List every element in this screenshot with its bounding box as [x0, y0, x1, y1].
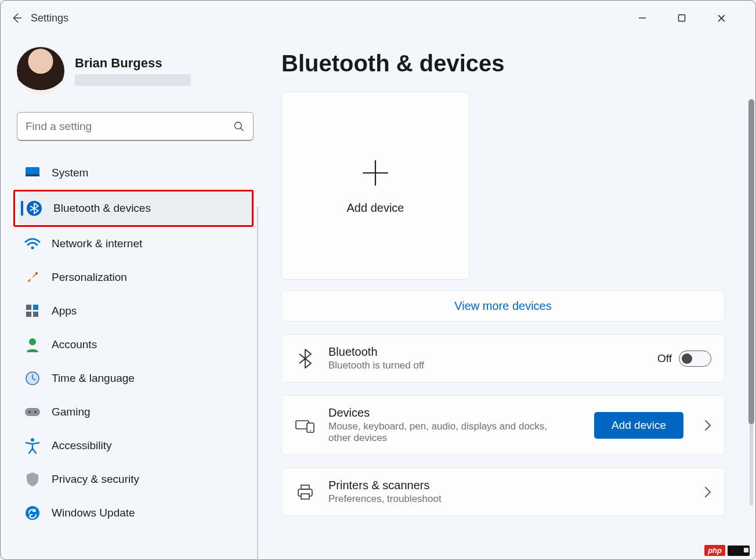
- printers-card-title: Printers & scanners: [328, 479, 683, 492]
- scrollbar-thumb[interactable]: [748, 99, 754, 424]
- watermark-badge: [728, 545, 750, 556]
- sidebar-item-privacy[interactable]: Privacy & security: [17, 463, 254, 496]
- sidebar-item-label: Apps: [52, 305, 77, 317]
- sidebar-item-bluetooth[interactable]: Bluetooth & devices: [19, 192, 252, 225]
- window-controls: [638, 14, 751, 23]
- svg-rect-23: [301, 494, 309, 499]
- sidebar-item-accounts[interactable]: Accounts: [17, 328, 254, 362]
- sidebar-item-label: System: [52, 167, 88, 179]
- back-button[interactable]: [5, 12, 28, 24]
- chevron-right-icon: [704, 420, 711, 431]
- nav-list: System Bluetooth & devices Network & int…: [17, 156, 254, 530]
- user-email-placeholder: [75, 74, 191, 86]
- gamepad-icon: [24, 403, 41, 421]
- svg-point-11: [29, 338, 36, 345]
- close-button[interactable]: [717, 14, 740, 23]
- bluetooth-icon: [295, 348, 316, 369]
- sidebar-item-personalization[interactable]: Personalization: [17, 261, 254, 294]
- devices-icon: [295, 415, 316, 436]
- sidebar-item-label: Windows Update: [52, 507, 135, 519]
- accessibility-icon: [24, 437, 41, 454]
- bluetooth-toggle[interactable]: [679, 351, 711, 367]
- sidebar-item-label: Personalization: [52, 271, 127, 284]
- svg-rect-13: [25, 408, 40, 416]
- update-icon: [24, 504, 41, 522]
- svg-rect-8: [33, 305, 38, 310]
- printers-card-subtitle: Preferences, troubleshoot: [328, 493, 572, 505]
- svg-point-16: [31, 438, 34, 442]
- sidebar-item-gaming[interactable]: Gaming: [17, 395, 254, 429]
- printer-icon: [295, 482, 316, 503]
- apps-icon: [24, 302, 41, 320]
- sidebar-item-label: Accounts: [52, 338, 97, 351]
- settings-window: Settings Brian Burgess: [0, 0, 756, 560]
- svg-point-5: [31, 246, 34, 249]
- sidebar-item-label: Time & language: [52, 372, 135, 385]
- user-block[interactable]: Brian Burgess: [17, 47, 267, 95]
- sidebar-item-network[interactable]: Network & internet: [17, 227, 254, 261]
- search-input[interactable]: [26, 120, 233, 133]
- wifi-icon: [24, 235, 41, 252]
- search-box[interactable]: [17, 112, 254, 141]
- page-title: Bluetooth & devices: [281, 50, 738, 77]
- sidebar-item-label: Bluetooth & devices: [53, 202, 151, 215]
- titlebar: Settings: [1, 1, 755, 35]
- sidebar-item-system[interactable]: System: [17, 156, 254, 190]
- add-device-button[interactable]: Add device: [594, 412, 683, 439]
- sidebar-item-apps[interactable]: Apps: [17, 294, 254, 328]
- bluetooth-icon: [26, 200, 43, 217]
- view-more-devices-label: View more devices: [454, 299, 551, 313]
- sidebar-item-update[interactable]: Windows Update: [17, 496, 254, 530]
- search-icon: [233, 121, 245, 132]
- svg-rect-3: [26, 174, 39, 176]
- devices-card-subtitle: Mouse, keyboard, pen, audio, displays an…: [328, 421, 572, 444]
- maximize-button[interactable]: [678, 14, 701, 23]
- bluetooth-toggle-state: Off: [657, 352, 672, 365]
- sidebar-item-label: Gaming: [52, 406, 91, 418]
- svg-rect-10: [33, 312, 38, 317]
- watermark: php: [704, 545, 750, 556]
- sidebar-item-label: Accessibility: [52, 439, 111, 452]
- minimize-button[interactable]: [638, 14, 661, 23]
- svg-point-20: [310, 430, 311, 431]
- person-icon: [24, 336, 41, 353]
- sidebar: Brian Burgess System Bluetooth & d: [1, 35, 267, 559]
- avatar: [17, 47, 64, 95]
- paintbrush-icon: [24, 269, 41, 286]
- bluetooth-card-title: Bluetooth: [328, 345, 645, 359]
- view-more-devices-link[interactable]: View more devices: [281, 290, 725, 321]
- shield-icon: [24, 471, 41, 488]
- svg-rect-7: [26, 305, 31, 310]
- add-device-tile-label: Add device: [347, 201, 404, 215]
- svg-rect-9: [26, 312, 31, 317]
- app-title: Settings: [31, 12, 68, 24]
- devices-card-title: Devices: [328, 406, 581, 420]
- sidebar-item-time[interactable]: Time & language: [17, 362, 254, 395]
- chevron-right-icon: [704, 486, 711, 498]
- watermark-text: php: [704, 545, 725, 556]
- arrow-left-icon: [10, 12, 23, 24]
- add-device-tile[interactable]: Add device: [281, 92, 469, 280]
- devices-card[interactable]: Devices Mouse, keyboard, pen, audio, dis…: [281, 395, 725, 455]
- sidebar-divider: [257, 207, 258, 560]
- printers-card[interactable]: Printers & scanners Preferences, trouble…: [281, 468, 725, 516]
- plus-icon: [360, 157, 391, 189]
- svg-rect-0: [679, 15, 685, 21]
- sidebar-item-label: Privacy & security: [52, 473, 139, 486]
- clock-globe-icon: [24, 370, 41, 387]
- annotation-highlight: Bluetooth & devices: [13, 190, 254, 227]
- system-icon: [24, 164, 41, 182]
- bluetooth-card: Bluetooth Bluetooth is turned off Off: [281, 334, 725, 382]
- content-area: Bluetooth & devices Add device View more…: [267, 35, 755, 559]
- bluetooth-card-subtitle: Bluetooth is turned off: [328, 360, 572, 371]
- svg-point-14: [28, 411, 31, 413]
- svg-point-6: [35, 272, 38, 274]
- sidebar-item-label: Network & internet: [52, 237, 142, 250]
- sidebar-item-accessibility[interactable]: Accessibility: [17, 429, 254, 463]
- svg-rect-22: [301, 485, 309, 489]
- svg-point-15: [34, 411, 37, 413]
- svg-point-1: [235, 122, 242, 129]
- user-name: Brian Burgess: [75, 56, 191, 71]
